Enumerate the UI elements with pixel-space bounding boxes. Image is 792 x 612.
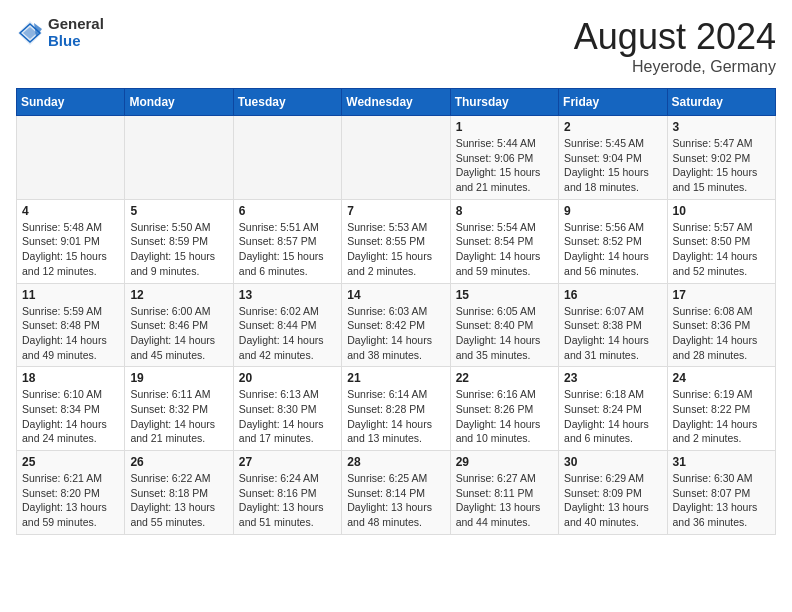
- title-block: August 2024 Heyerode, Germany: [574, 16, 776, 76]
- day-number: 30: [564, 455, 661, 469]
- day-number: 7: [347, 204, 444, 218]
- day-info: Sunrise: 6:29 AMSunset: 8:09 PMDaylight:…: [564, 471, 661, 530]
- day-number: 28: [347, 455, 444, 469]
- day-info: Sunrise: 6:22 AMSunset: 8:18 PMDaylight:…: [130, 471, 227, 530]
- day-info: Sunrise: 6:19 AMSunset: 8:22 PMDaylight:…: [673, 387, 770, 446]
- logo-blue: Blue: [48, 33, 104, 50]
- calendar-table: Sunday Monday Tuesday Wednesday Thursday…: [16, 88, 776, 535]
- calendar-cell-2-4: 7Sunrise: 5:53 AMSunset: 8:55 PMDaylight…: [342, 199, 450, 283]
- month-title: August 2024: [574, 16, 776, 58]
- day-info: Sunrise: 6:10 AMSunset: 8:34 PMDaylight:…: [22, 387, 119, 446]
- calendar-cell-1-7: 3Sunrise: 5:47 AMSunset: 9:02 PMDaylight…: [667, 116, 775, 200]
- logo-text: General Blue: [48, 16, 104, 49]
- calendar-cell-5-1: 25Sunrise: 6:21 AMSunset: 8:20 PMDayligh…: [17, 451, 125, 535]
- day-number: 13: [239, 288, 336, 302]
- day-number: 2: [564, 120, 661, 134]
- day-info: Sunrise: 6:24 AMSunset: 8:16 PMDaylight:…: [239, 471, 336, 530]
- calendar-cell-5-6: 30Sunrise: 6:29 AMSunset: 8:09 PMDayligh…: [559, 451, 667, 535]
- day-info: Sunrise: 6:21 AMSunset: 8:20 PMDaylight:…: [22, 471, 119, 530]
- calendar-cell-5-2: 26Sunrise: 6:22 AMSunset: 8:18 PMDayligh…: [125, 451, 233, 535]
- day-number: 16: [564, 288, 661, 302]
- day-info: Sunrise: 5:53 AMSunset: 8:55 PMDaylight:…: [347, 220, 444, 279]
- day-info: Sunrise: 6:25 AMSunset: 8:14 PMDaylight:…: [347, 471, 444, 530]
- calendar-cell-4-2: 19Sunrise: 6:11 AMSunset: 8:32 PMDayligh…: [125, 367, 233, 451]
- day-number: 27: [239, 455, 336, 469]
- day-info: Sunrise: 6:13 AMSunset: 8:30 PMDaylight:…: [239, 387, 336, 446]
- day-number: 22: [456, 371, 553, 385]
- calendar-cell-1-3: [233, 116, 341, 200]
- day-info: Sunrise: 5:45 AMSunset: 9:04 PMDaylight:…: [564, 136, 661, 195]
- calendar-cell-3-7: 17Sunrise: 6:08 AMSunset: 8:36 PMDayligh…: [667, 283, 775, 367]
- day-info: Sunrise: 6:08 AMSunset: 8:36 PMDaylight:…: [673, 304, 770, 363]
- header-sunday: Sunday: [17, 89, 125, 116]
- day-number: 18: [22, 371, 119, 385]
- calendar-cell-1-5: 1Sunrise: 5:44 AMSunset: 9:06 PMDaylight…: [450, 116, 558, 200]
- day-number: 25: [22, 455, 119, 469]
- day-info: Sunrise: 5:48 AMSunset: 9:01 PMDaylight:…: [22, 220, 119, 279]
- day-info: Sunrise: 5:47 AMSunset: 9:02 PMDaylight:…: [673, 136, 770, 195]
- calendar-cell-4-4: 21Sunrise: 6:14 AMSunset: 8:28 PMDayligh…: [342, 367, 450, 451]
- day-number: 31: [673, 455, 770, 469]
- day-number: 8: [456, 204, 553, 218]
- week-row-5: 25Sunrise: 6:21 AMSunset: 8:20 PMDayligh…: [17, 451, 776, 535]
- calendar-cell-1-1: [17, 116, 125, 200]
- calendar-cell-4-6: 23Sunrise: 6:18 AMSunset: 8:24 PMDayligh…: [559, 367, 667, 451]
- calendar-cell-2-6: 9Sunrise: 5:56 AMSunset: 8:52 PMDaylight…: [559, 199, 667, 283]
- logo-icon: [16, 19, 44, 47]
- location: Heyerode, Germany: [574, 58, 776, 76]
- day-info: Sunrise: 6:27 AMSunset: 8:11 PMDaylight:…: [456, 471, 553, 530]
- day-info: Sunrise: 5:51 AMSunset: 8:57 PMDaylight:…: [239, 220, 336, 279]
- day-info: Sunrise: 6:02 AMSunset: 8:44 PMDaylight:…: [239, 304, 336, 363]
- day-number: 29: [456, 455, 553, 469]
- calendar-cell-2-3: 6Sunrise: 5:51 AMSunset: 8:57 PMDaylight…: [233, 199, 341, 283]
- weekday-header-row: Sunday Monday Tuesday Wednesday Thursday…: [17, 89, 776, 116]
- header-tuesday: Tuesday: [233, 89, 341, 116]
- day-number: 5: [130, 204, 227, 218]
- day-info: Sunrise: 5:57 AMSunset: 8:50 PMDaylight:…: [673, 220, 770, 279]
- day-info: Sunrise: 6:18 AMSunset: 8:24 PMDaylight:…: [564, 387, 661, 446]
- calendar-body: 1Sunrise: 5:44 AMSunset: 9:06 PMDaylight…: [17, 116, 776, 535]
- header-friday: Friday: [559, 89, 667, 116]
- calendar-cell-3-3: 13Sunrise: 6:02 AMSunset: 8:44 PMDayligh…: [233, 283, 341, 367]
- day-info: Sunrise: 6:14 AMSunset: 8:28 PMDaylight:…: [347, 387, 444, 446]
- calendar-cell-3-4: 14Sunrise: 6:03 AMSunset: 8:42 PMDayligh…: [342, 283, 450, 367]
- day-info: Sunrise: 6:30 AMSunset: 8:07 PMDaylight:…: [673, 471, 770, 530]
- calendar-cell-3-5: 15Sunrise: 6:05 AMSunset: 8:40 PMDayligh…: [450, 283, 558, 367]
- day-info: Sunrise: 5:56 AMSunset: 8:52 PMDaylight:…: [564, 220, 661, 279]
- calendar-cell-4-7: 24Sunrise: 6:19 AMSunset: 8:22 PMDayligh…: [667, 367, 775, 451]
- calendar-cell-5-4: 28Sunrise: 6:25 AMSunset: 8:14 PMDayligh…: [342, 451, 450, 535]
- day-info: Sunrise: 6:00 AMSunset: 8:46 PMDaylight:…: [130, 304, 227, 363]
- day-number: 23: [564, 371, 661, 385]
- day-info: Sunrise: 6:16 AMSunset: 8:26 PMDaylight:…: [456, 387, 553, 446]
- page-header: General Blue August 2024 Heyerode, Germa…: [16, 16, 776, 76]
- calendar-cell-2-2: 5Sunrise: 5:50 AMSunset: 8:59 PMDaylight…: [125, 199, 233, 283]
- header-saturday: Saturday: [667, 89, 775, 116]
- logo-general: General: [48, 16, 104, 33]
- calendar-cell-1-4: [342, 116, 450, 200]
- logo: General Blue: [16, 16, 104, 49]
- day-number: 9: [564, 204, 661, 218]
- calendar-cell-3-2: 12Sunrise: 6:00 AMSunset: 8:46 PMDayligh…: [125, 283, 233, 367]
- day-info: Sunrise: 5:59 AMSunset: 8:48 PMDaylight:…: [22, 304, 119, 363]
- day-number: 20: [239, 371, 336, 385]
- calendar-cell-3-6: 16Sunrise: 6:07 AMSunset: 8:38 PMDayligh…: [559, 283, 667, 367]
- week-row-1: 1Sunrise: 5:44 AMSunset: 9:06 PMDaylight…: [17, 116, 776, 200]
- calendar-cell-1-2: [125, 116, 233, 200]
- day-number: 24: [673, 371, 770, 385]
- day-number: 1: [456, 120, 553, 134]
- day-number: 4: [22, 204, 119, 218]
- calendar-cell-4-1: 18Sunrise: 6:10 AMSunset: 8:34 PMDayligh…: [17, 367, 125, 451]
- calendar-cell-4-3: 20Sunrise: 6:13 AMSunset: 8:30 PMDayligh…: [233, 367, 341, 451]
- day-number: 14: [347, 288, 444, 302]
- calendar-cell-3-1: 11Sunrise: 5:59 AMSunset: 8:48 PMDayligh…: [17, 283, 125, 367]
- header-monday: Monday: [125, 89, 233, 116]
- day-number: 11: [22, 288, 119, 302]
- header-thursday: Thursday: [450, 89, 558, 116]
- day-info: Sunrise: 5:44 AMSunset: 9:06 PMDaylight:…: [456, 136, 553, 195]
- calendar-cell-2-7: 10Sunrise: 5:57 AMSunset: 8:50 PMDayligh…: [667, 199, 775, 283]
- day-info: Sunrise: 6:03 AMSunset: 8:42 PMDaylight:…: [347, 304, 444, 363]
- day-number: 26: [130, 455, 227, 469]
- day-number: 17: [673, 288, 770, 302]
- calendar-cell-2-1: 4Sunrise: 5:48 AMSunset: 9:01 PMDaylight…: [17, 199, 125, 283]
- week-row-4: 18Sunrise: 6:10 AMSunset: 8:34 PMDayligh…: [17, 367, 776, 451]
